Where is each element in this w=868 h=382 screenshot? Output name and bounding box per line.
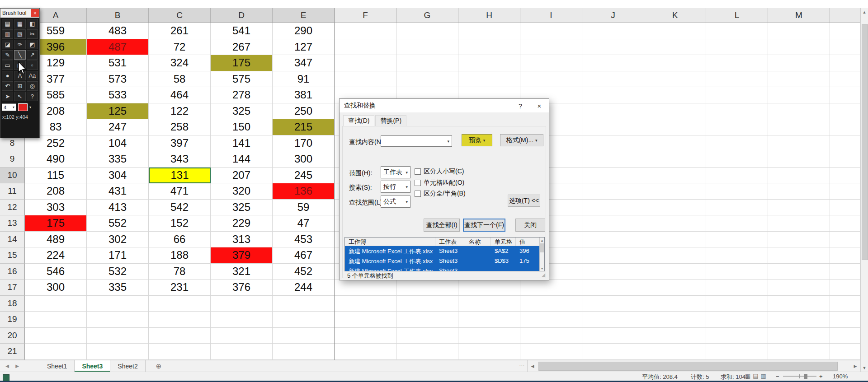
cell-M6[interactable] <box>768 103 830 120</box>
cell-J18[interactable] <box>582 296 644 312</box>
cell-C4[interactable]: 58 <box>149 71 211 88</box>
cell-N8[interactable] <box>830 135 860 152</box>
cell-E21[interactable] <box>273 344 335 360</box>
cell-J4[interactable] <box>582 71 644 88</box>
cell-C8[interactable]: 397 <box>149 135 211 152</box>
cell-N5[interactable] <box>830 87 860 103</box>
cell-E17[interactable]: 244 <box>273 280 335 296</box>
cell-M11[interactable] <box>768 183 830 200</box>
cell-L13[interactable] <box>706 215 768 232</box>
cell-E4[interactable]: 91 <box>273 71 335 88</box>
result-row-1[interactable]: 新建 Microsoft Excel 工作表.xlsxSheet3$A$2396 <box>345 246 544 256</box>
preview-format-button[interactable]: 预览 ▾ <box>462 134 492 146</box>
table-icon[interactable]: ⊞ <box>14 81 25 91</box>
cell-J17[interactable] <box>582 280 644 296</box>
cell-G19[interactable] <box>396 312 458 328</box>
zoom-slider-track[interactable] <box>783 376 816 377</box>
cell-L16[interactable] <box>706 264 768 280</box>
column-header-L[interactable]: L <box>706 8 768 23</box>
sheet-nav-right-icon[interactable]: ▶ <box>13 360 22 372</box>
cell-A18[interactable] <box>25 296 87 312</box>
sheet-nav-left-icon[interactable]: ◀ <box>3 360 12 372</box>
cell-E15[interactable]: 467 <box>273 247 335 264</box>
cell-M18[interactable] <box>768 296 830 312</box>
cell-L1[interactable] <box>706 23 768 39</box>
cell-G1[interactable] <box>396 23 458 39</box>
cell-H19[interactable] <box>458 312 520 328</box>
cell-A9[interactable]: 490 <box>25 151 87 168</box>
cell-M20[interactable] <box>768 328 830 344</box>
format-button[interactable]: 格式(M)... ▾ <box>500 134 543 146</box>
cell-L5[interactable] <box>706 87 768 103</box>
cell-N10[interactable] <box>830 168 860 184</box>
brush-size-dropdown[interactable]: 4 ▾ <box>2 103 16 111</box>
cell-M12[interactable] <box>768 200 830 216</box>
cell-D8[interactable]: 141 <box>211 135 273 152</box>
cell-K5[interactable] <box>644 87 706 103</box>
cell-K16[interactable] <box>644 264 706 280</box>
cell-L7[interactable] <box>706 119 768 135</box>
square-icon[interactable]: ▫ <box>27 61 38 70</box>
column-header-partial[interactable] <box>830 8 860 23</box>
cell-K4[interactable] <box>644 71 706 88</box>
polyline-icon[interactable]: ↗ <box>27 50 38 60</box>
cell-L9[interactable] <box>706 151 768 168</box>
cell-B3[interactable]: 531 <box>87 55 149 71</box>
row-header-15[interactable]: 15 <box>0 247 25 264</box>
find-next-button[interactable]: 查找下一个(F) <box>463 219 505 232</box>
scroll-up-icon[interactable]: ▲ <box>540 238 544 243</box>
paste-icon[interactable]: ▥ <box>2 29 13 39</box>
cell-N13[interactable] <box>830 215 860 232</box>
search-dropdown[interactable]: 按行 ▾ <box>381 181 410 193</box>
cell-F18[interactable] <box>335 296 396 312</box>
cell-K19[interactable] <box>644 312 706 328</box>
cell-J15[interactable] <box>582 247 644 264</box>
cell-B9[interactable]: 335 <box>87 151 149 168</box>
cell-K2[interactable] <box>644 39 706 56</box>
cell-G20[interactable] <box>396 328 458 344</box>
row-header-17[interactable]: 17 <box>0 280 25 296</box>
cell-J7[interactable] <box>582 119 644 135</box>
cell-E8[interactable]: 170 <box>273 135 335 152</box>
cell-K13[interactable] <box>644 215 706 232</box>
result-row-2[interactable]: 新建 Microsoft Excel 工作表.xlsxSheet3$D$3175 <box>345 256 544 266</box>
close-button[interactable]: 关闭 <box>515 219 545 232</box>
zoom-icon[interactable]: ◎ <box>27 81 38 91</box>
tab-scroll-splitter[interactable]: ⋯ <box>519 363 524 369</box>
cell-N4[interactable] <box>830 71 860 88</box>
save-icon[interactable]: ▦ <box>14 19 25 28</box>
find-what-input[interactable]: ▾ <box>381 135 452 147</box>
cell-B20[interactable] <box>87 328 149 344</box>
cell-D3[interactable]: 175 <box>211 55 273 71</box>
row-header-11[interactable]: 11 <box>0 183 25 200</box>
cell-C12[interactable]: 542 <box>149 200 211 216</box>
column-header-D[interactable]: D <box>211 8 273 23</box>
cell-L19[interactable] <box>706 312 768 328</box>
cell-M10[interactable] <box>768 168 830 184</box>
cell-J12[interactable] <box>582 200 644 216</box>
cell-C17[interactable]: 231 <box>149 280 211 296</box>
row-header-13[interactable]: 13 <box>0 215 25 232</box>
row-header-16[interactable]: 16 <box>0 264 25 280</box>
cell-D2[interactable]: 267 <box>211 39 273 56</box>
scroll-up-icon[interactable]: ▲ <box>861 8 868 16</box>
cell-M7[interactable] <box>768 119 830 135</box>
cell-F19[interactable] <box>335 312 396 328</box>
horizontal-scrollbar[interactable]: ◀ ▶ <box>527 360 860 372</box>
cell-K20[interactable] <box>644 328 706 344</box>
cell-M16[interactable] <box>768 264 830 280</box>
cell-J19[interactable] <box>582 312 644 328</box>
cell-N1[interactable] <box>830 23 860 39</box>
cell-L10[interactable] <box>706 168 768 184</box>
cell-I2[interactable] <box>520 39 582 56</box>
cell-K10[interactable] <box>644 168 706 184</box>
cell-C21[interactable] <box>149 344 211 360</box>
cell-M21[interactable] <box>768 344 830 360</box>
undo-icon[interactable]: ↶ <box>2 81 13 91</box>
brushtool-titlebar[interactable]: BrushTool × <box>0 9 39 18</box>
pencil-icon[interactable]: ✎ <box>2 50 13 60</box>
cell-M17[interactable] <box>768 280 830 296</box>
cell-L2[interactable] <box>706 39 768 56</box>
cell-G3[interactable] <box>396 55 458 71</box>
cell-D14[interactable]: 313 <box>211 232 273 248</box>
